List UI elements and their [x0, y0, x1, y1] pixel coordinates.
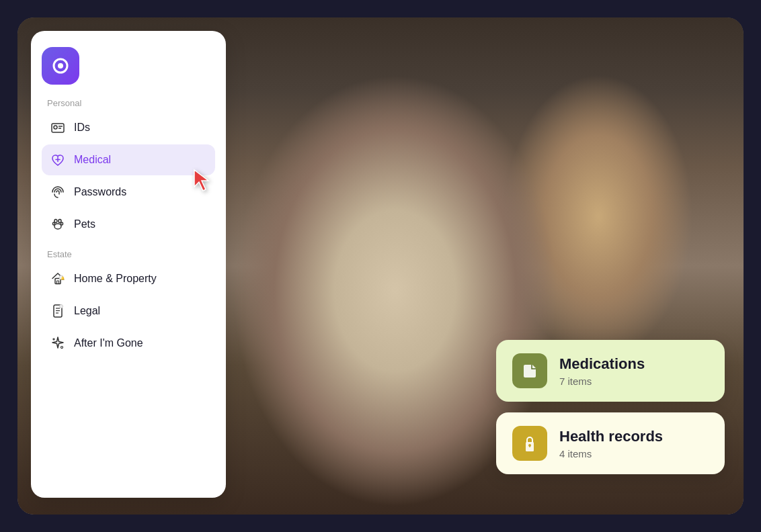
- svg-point-1: [58, 63, 63, 69]
- ids-label: IDs: [74, 122, 90, 134]
- heart-shield-icon: [50, 152, 66, 168]
- estate-section-label: Estate: [42, 249, 215, 259]
- svg-point-9: [61, 222, 63, 225]
- medications-subtitle: 7 items: [559, 375, 645, 387]
- sidebar-item-legal[interactable]: Legal: [42, 296, 215, 326]
- health-records-card[interactable]: Health records 4 items: [496, 412, 725, 474]
- medications-icon: [512, 353, 547, 388]
- main-container: Personal IDs Medical: [17, 17, 744, 515]
- home-icon: 🔔: [50, 271, 66, 287]
- svg-point-18: [60, 305, 63, 308]
- medications-text: Medications 7 items: [559, 355, 645, 387]
- personal-section-label: Personal: [42, 98, 215, 108]
- medications-card[interactable]: Medications 7 items: [496, 340, 725, 402]
- passwords-label: Passwords: [74, 186, 126, 198]
- sidebar-item-home[interactable]: 🔔 Home & Property: [42, 263, 215, 294]
- svg-point-7: [58, 220, 61, 223]
- svg-point-3: [54, 126, 57, 129]
- sidebar: Personal IDs Medical: [31, 31, 226, 498]
- home-label: Home & Property: [74, 273, 157, 285]
- medical-label: Medical: [74, 154, 111, 166]
- sidebar-item-aftergone[interactable]: After I'm Gone: [42, 328, 215, 359]
- legal-icon: [50, 303, 66, 319]
- health-records-subtitle: 4 items: [559, 448, 663, 459]
- health-records-title: Health records: [559, 428, 663, 445]
- svg-rect-24: [529, 445, 530, 447]
- health-records-icon: [512, 426, 547, 461]
- svg-point-8: [53, 222, 55, 225]
- sidebar-item-medical[interactable]: Medical: [42, 144, 215, 175]
- logo-icon: [50, 55, 71, 77]
- app-logo[interactable]: [42, 47, 79, 85]
- svg-marker-21: [194, 170, 208, 191]
- health-records-text: Health records 4 items: [559, 428, 663, 459]
- aftergone-label: After I'm Gone: [74, 337, 143, 349]
- medications-title: Medications: [559, 355, 645, 373]
- svg-point-20: [53, 339, 54, 340]
- sidebar-item-ids[interactable]: IDs: [42, 112, 215, 143]
- pets-label: Pets: [74, 218, 95, 230]
- svg-point-6: [54, 220, 57, 223]
- fingerprint-icon: [50, 184, 66, 200]
- svg-text:🔔: 🔔: [61, 276, 65, 281]
- sidebar-item-pets[interactable]: Pets: [42, 209, 215, 240]
- legal-label: Legal: [74, 305, 100, 317]
- svg-point-19: [61, 347, 63, 349]
- paw-icon: [50, 216, 66, 232]
- info-cards: Medications 7 items Health records 4 ite…: [496, 340, 725, 474]
- sparkle-icon: [50, 335, 66, 351]
- sidebar-item-passwords[interactable]: Passwords: [42, 177, 215, 208]
- id-card-icon: [50, 120, 66, 136]
